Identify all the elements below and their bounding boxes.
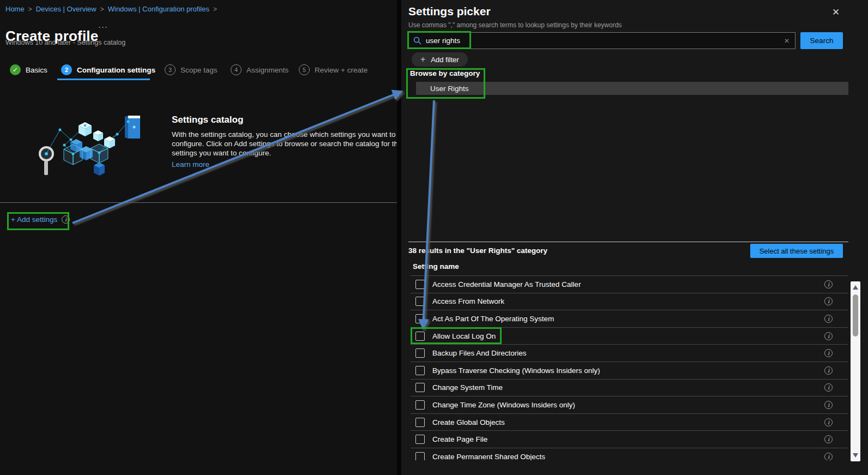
setting-checkbox[interactable] [415,314,425,323]
setting-row: Create Page File [411,431,848,448]
info-icon[interactable] [824,418,833,426]
category-label: User Rights [430,85,469,93]
setting-row: Allow Local Log On [411,328,848,345]
add-settings-button[interactable]: + Add settings [11,215,70,224]
info-icon[interactable] [62,215,70,224]
setting-name-column-header: Setting name [413,262,459,270]
info-icon[interactable] [824,453,833,460]
info-icon[interactable] [824,401,833,409]
panel-subtitle: Use commas "," among search terms to loo… [408,21,622,29]
info-icon[interactable] [824,366,833,375]
breadcrumb-separator: > [100,5,104,13]
breadcrumb-devices-overview[interactable]: Devices | Overview [36,5,97,13]
breadcrumb-home[interactable]: Home [5,5,25,13]
search-icon [413,37,421,45]
tab-label: Scope tags [180,66,218,74]
step-number-badge: 5 [299,64,310,75]
check-icon: ✓ [10,64,21,75]
clear-search-icon[interactable]: ✕ [783,37,791,45]
panel-title: Settings picker [408,5,491,18]
close-icon[interactable]: ✕ [832,7,840,18]
setting-label: Access Credential Manager As Trusted Cal… [432,280,581,288]
tab-basics[interactable]: ✓ Basics [10,64,47,75]
setting-checkbox[interactable] [415,366,425,375]
learn-more-link[interactable]: Learn more [172,160,209,169]
setting-checkbox[interactable] [415,418,425,427]
setting-row: Change Time Zone (Windows Insiders only) [411,396,848,414]
setting-row: Create Permanent Shared Objects [411,448,848,460]
settings-list: Access Credential Manager As Trusted Cal… [411,275,848,460]
setting-label: Bypass Traverse Checking (Windows Inside… [432,366,600,375]
tab-label: Configuration settings [77,66,155,74]
select-all-settings-button[interactable]: Select all these settings [750,244,843,258]
setting-row: Act As Part Of The Operating System [411,310,848,328]
setting-label: Create Global Objects [432,418,505,426]
pane-divider [397,0,401,475]
category-user-rights[interactable]: User Rights [416,82,848,95]
setting-label: Backup Files And Directories [432,349,527,357]
tab-configuration-settings[interactable]: 2 Configuration settings [61,64,155,75]
tab-label: Assignments [246,66,288,74]
setting-label: Change System Time [432,383,503,392]
more-actions-icon[interactable]: ··· [98,22,108,31]
setting-checkbox[interactable] [415,280,425,289]
breadcrumb-configuration-profiles[interactable]: Windows | Configuration profiles [108,5,209,13]
scrollbar-thumb[interactable] [853,294,858,336]
setting-row: Create Global Objects [411,414,848,431]
tab-label: Basics [26,66,47,74]
page-subtitle: Windows 10 and later - Settings catalog [5,39,125,46]
setting-row: Change System Time [411,380,848,397]
setting-row: Access From Network [411,293,848,311]
search-input[interactable] [421,37,783,45]
breadcrumb-separator: > [213,5,217,13]
step-number-badge: 3 [165,64,176,75]
settings-catalog-illustration [16,108,158,184]
browse-by-category-heading: Browse by category [410,69,480,77]
step-number-badge: 4 [231,64,242,75]
tab-review-create[interactable]: 5 Review + create [299,64,367,75]
setting-label: Access From Network [432,297,504,305]
info-icon[interactable] [824,349,833,357]
active-tab-underline [57,79,150,80]
setting-checkbox[interactable] [415,452,425,460]
setting-row: Backup Files And Directories [411,345,848,362]
magnifier-icon [40,147,53,175]
settings-catalog-heading: Settings catalog [172,115,243,125]
step-number-badge: 2 [61,64,72,75]
search-button[interactable]: Search [800,32,843,49]
scroll-up-icon[interactable] [853,285,858,290]
setting-label: Create Page File [432,435,487,443]
tab-scope-tags[interactable]: 3 Scope tags [165,64,218,75]
setting-row: Bypass Traverse Checking (Windows Inside… [411,362,848,380]
setting-checkbox[interactable] [415,297,425,306]
add-filter-label: Add filter [431,56,459,64]
divider [408,242,848,242]
settings-picker-panel: Settings picker ✕ Use commas "," among s… [401,0,868,475]
setting-label: Change Time Zone (Windows Insiders only) [432,401,575,409]
info-icon[interactable] [824,280,833,288]
create-profile-pane: Home > Devices | Overview > Windows | Co… [0,0,397,475]
breadcrumb: Home > Devices | Overview > Windows | Co… [5,5,217,13]
search-box: ✕ [408,32,795,49]
info-icon[interactable] [824,435,833,443]
settings-catalog-description: With the settings catalog, you can choos… [172,130,407,158]
add-settings-label: + Add settings [11,215,57,224]
setting-label: Create Permanent Shared Objects [432,453,545,460]
tab-assignments[interactable]: 4 Assignments [231,64,288,75]
setting-checkbox[interactable] [415,435,425,444]
info-icon[interactable] [824,383,833,392]
intune-create-profile-screen: Home > Devices | Overview > Windows | Co… [0,0,868,475]
scrollbar [851,281,860,461]
scroll-down-icon[interactable] [853,453,858,458]
info-icon[interactable] [824,332,833,340]
setting-checkbox[interactable] [415,348,425,358]
add-filter-button[interactable]: + Add filter [412,52,468,67]
info-icon[interactable] [824,315,833,323]
setting-checkbox[interactable] [415,383,425,392]
info-icon[interactable] [824,297,833,305]
setting-checkbox[interactable] [415,332,425,341]
setting-row: Access Credential Manager As Trusted Cal… [411,276,848,293]
setting-label: Allow Local Log On [432,332,496,340]
setting-label: Act As Part Of The Operating System [432,315,554,323]
setting-checkbox[interactable] [415,400,425,410]
